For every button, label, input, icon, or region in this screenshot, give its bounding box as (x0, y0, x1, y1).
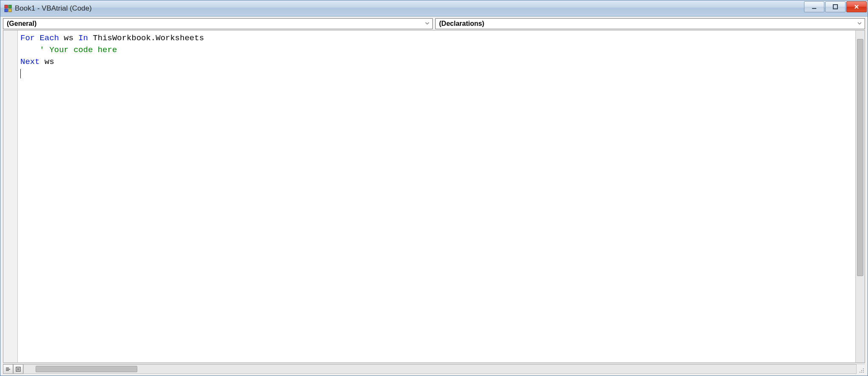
svg-point-15 (863, 368, 864, 369)
code-window: Book1 - VBAtrial (Code) (General) (0, 0, 868, 376)
object-dropdown[interactable]: (General) (3, 18, 433, 29)
svg-rect-0 (5, 5, 8, 8)
svg-point-20 (863, 372, 864, 373)
minimize-button[interactable] (804, 1, 824, 12)
svg-rect-1 (8, 5, 11, 8)
bottom-bar (3, 364, 865, 374)
svg-point-19 (861, 372, 862, 373)
code-editor[interactable]: For Each ws In ThisWorkbook.Worksheets '… (18, 30, 855, 362)
vertical-scrollbar[interactable] (855, 30, 865, 362)
svg-rect-2 (5, 9, 8, 12)
svg-point-17 (863, 370, 864, 371)
module-icon (4, 4, 12, 13)
scrollbar-thumb[interactable] (36, 366, 137, 372)
procedure-dropdown-value: (Declarations) (439, 20, 484, 28)
horizontal-scrollbar[interactable] (23, 364, 857, 374)
editor-area: For Each ws In ThisWorkbook.Worksheets '… (3, 30, 865, 363)
scrollbar-thumb[interactable] (857, 39, 863, 276)
procedure-view-button[interactable] (3, 364, 13, 374)
view-buttons (3, 364, 23, 374)
svg-rect-4 (812, 8, 816, 9)
dropdown-bar: (General) (Declarations) (0, 17, 868, 30)
chevron-down-icon (857, 20, 862, 28)
close-button[interactable] (846, 1, 867, 12)
procedure-dropdown[interactable]: (Declarations) (435, 18, 865, 29)
maximize-button[interactable] (825, 1, 846, 12)
svg-point-18 (860, 372, 860, 373)
chevron-down-icon (425, 20, 430, 28)
svg-rect-3 (8, 9, 11, 12)
full-module-view-button[interactable] (13, 364, 23, 374)
window-title: Book1 - VBAtrial (Code) (15, 4, 92, 13)
indicator-margin[interactable] (3, 30, 18, 362)
resize-grip-icon[interactable] (857, 364, 865, 374)
svg-point-16 (861, 370, 862, 371)
titlebar[interactable]: Book1 - VBAtrial (Code) (0, 0, 868, 17)
object-dropdown-value: (General) (7, 20, 36, 28)
window-controls (803, 1, 867, 12)
svg-rect-5 (833, 5, 837, 9)
